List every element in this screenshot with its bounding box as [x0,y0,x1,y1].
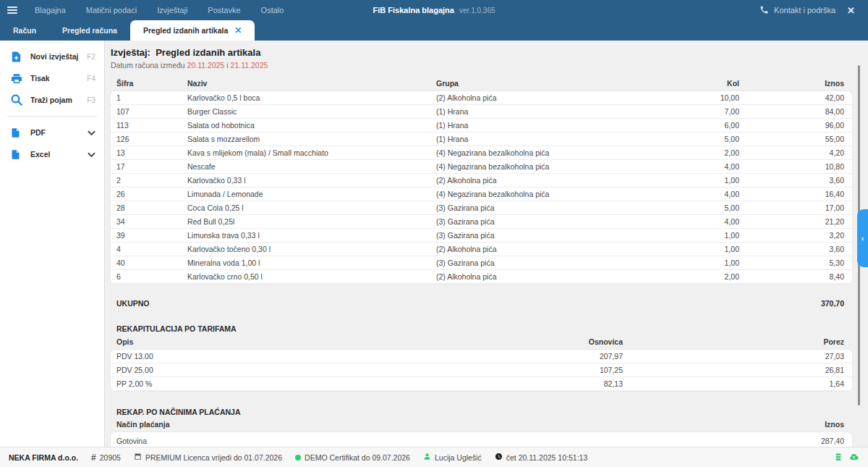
table-row[interactable]: 6 Karlovačko crno 0,50 l (2) Alkoholna p… [111,270,852,284]
table-row[interactable]: 13 Kava s mlijekom (mala) / Small macchi… [111,146,852,160]
app-close-button[interactable]: ✕ [843,5,859,16]
col-naziv: Naziv [187,79,436,88]
panel-expand-handle[interactable]: ‹ [857,209,868,267]
table-row[interactable]: 4 Karlovačko točeno 0,30 l (2) Alkoholna… [111,243,852,256]
cell-iznos: 8,40 [739,270,844,284]
date-from[interactable]: 20.11.2025 [187,61,225,70]
table-row[interactable]: 40 Mineralna voda 1,00 l (3) Gazirana pi… [111,256,852,270]
menu-blagajna[interactable]: Blagajna [25,0,76,20]
cell-naziv: Salata s mozzarellom [187,132,436,146]
table-row[interactable]: 1 Karlovačko 0,5 l boca (2) Alkoholna pi… [111,91,852,105]
table-row[interactable]: 28 Coca Cola 0,25 l (3) Gazirana pića 5,… [111,201,852,215]
sidebar-item-pdf-export[interactable]: PDF [0,122,104,143]
shortcut-key: F2 [87,53,95,61]
col-grupa: Grupa [436,79,652,88]
total-value: 370,70 [728,299,844,308]
sidebar-item-label: Novi izvještaj [30,52,87,61]
chevron-down-icon[interactable] [88,148,95,161]
cell-iznos: 5,30 [739,256,844,270]
cell-kol: 4,00 [652,160,739,174]
cell-naziv: Karlovačko točeno 0,30 l [187,243,436,256]
table-row[interactable]: 126 Salata s mozzarellom (1) Hrana 5,00 … [111,132,852,146]
tab-close-icon[interactable]: ✕ [234,26,242,35]
user-name: Lucija Uglešić [435,453,482,462]
cell-kol: 6,00 [652,119,739,132]
contact-support-button[interactable]: Kontakt i podrška [760,5,835,16]
cell-sifra: 113 [116,119,187,132]
sidebar-item-label: Tisak [30,74,87,83]
payment-recap-header: Način plaćanja Iznos [111,420,852,429]
menu-postavke[interactable]: Postavke [197,0,250,20]
sidebar-item-trazi-pojam[interactable]: Traži pojam F3 [0,89,104,111]
cell-grupa: (2) Alkoholna pića [436,270,652,284]
table-row[interactable]: 39 Limunska trava 0,33 l (3) Gazirana pi… [111,229,852,243]
certificate-text: DEMO Certifikat do 09.07.2026 [305,453,410,462]
cell-iznos: 10,80 [739,160,844,174]
cell-iznos: 42,00 [739,91,844,105]
cell-osnovica: 82,13 [406,377,623,391]
tax-recap-table: PDV 13.00 207,97 27,03 PDV 25.00 107,25 … [111,350,852,391]
sidebar-item-excel-export[interactable]: Excel [0,143,104,165]
new-document-icon [10,50,25,63]
table-row[interactable]: 17 Nescafe (4) Negazirana bezalkoholna p… [111,160,852,174]
col-sifra: Šifra [116,79,187,88]
menu-maticni-podaci[interactable]: Matični podaci [76,0,147,20]
tab-pregled-izdanih-artikala[interactable]: Pregled izdanih artikala ✕ [130,20,255,41]
excel-file-icon [10,148,25,161]
table-row: Gotovina 287,40 [111,432,852,447]
hamburger-menu-icon[interactable] [0,5,25,15]
cell-grupa: (3) Gazirana pića [436,201,652,215]
cell-sifra: 26 [116,188,187,201]
cell-grupa: (4) Negazirana bezalkoholna pića [436,146,652,160]
current-datetime: čet 20.11.2025 10:51:13 [506,453,588,462]
chevron-left-icon: ‹ [861,234,864,243]
date-range-label: Datum računa između [111,61,185,70]
cell-opis: PP 2,00 % [116,377,406,391]
cell-iznos: 96,00 [739,119,844,132]
col-porez: Porez [623,337,844,346]
menu-izvjestaji[interactable]: Izvještaji [147,0,197,20]
app-version: ver.1.0.365 [459,7,495,14]
table-row[interactable]: 113 Salata od hobotnica (1) Hrana 6,00 9… [111,119,852,132]
cell-kol: 2,00 [652,146,739,160]
cell-sifra: 34 [116,215,187,229]
chevron-down-icon[interactable] [88,126,95,139]
date-to[interactable]: 21.11.2025 [231,61,268,70]
cell-naziv: Kava s mlijekom (mala) / Small macchiato [187,146,436,160]
cell-kol: 1,00 [652,256,739,270]
tab-label: Pregled izdanih artikala [143,20,228,41]
clock-icon [495,453,503,462]
shortcut-key: F4 [87,75,95,83]
cell-iznos: 287,40 [728,432,844,447]
cell-naziv: Red Bull 0,25l [187,215,436,229]
sidebar: Novi izvještaj F2 Tisak F4 Traži pojam F… [0,41,105,447]
tax-recap-title: REKAPITULACIJA PO TARIFAMA [111,324,852,333]
user-icon [423,453,431,462]
cell-iznos: 3,20 [739,229,844,243]
sidebar-item-tisak[interactable]: Tisak F4 [0,67,104,89]
cell-kol: 5,00 [652,201,739,215]
col-iznos: Iznos [728,420,844,429]
cell-iznos: 21,20 [739,215,844,229]
items-table: 1 Karlovačko 0,5 l boca (2) Alkoholna pi… [111,91,852,284]
payment-recap-title: REKAP. PO NAČINIMA PLAĆANJA [111,408,852,416]
cell-naziv: Mineralna voda 1,00 l [187,256,436,270]
table-row[interactable]: 107 Burger Classic (1) Hrana 7,00 84,00 [111,105,852,119]
table-row[interactable]: 26 Limunada / Lemonade (4) Negazirana be… [111,188,852,201]
cell-grupa: (3) Gazirana pića [436,215,652,229]
tab-racun[interactable]: Račun [0,20,49,41]
cell-sifra: 2 [116,174,187,188]
menu-ostalo[interactable]: Ostalo [251,0,294,20]
cell-grupa: (1) Hrana [436,105,652,119]
col-nacin-placanja: Način plaćanja [116,420,728,429]
table-row[interactable]: 2 Karlovačko 0,33 l (2) Alkoholna pića 1… [111,174,852,188]
company-name: NEKA FIRMA d.o.o. [9,453,78,462]
table-row[interactable]: 34 Red Bull 0,25l (3) Gazirana pića 4,00… [111,215,852,229]
cell-sifra: 28 [116,201,187,215]
tab-pregled-racuna[interactable]: Pregled računa [49,20,130,41]
sidebar-item-novi-izvjestaj[interactable]: Novi izvještaj F2 [0,46,104,67]
cell-naziv: Limunska trava 0,33 l [187,229,436,243]
cell-opis: PDV 13.00 [116,350,406,363]
tab-bar: Račun Pregled računa Pregled izdanih art… [0,20,868,41]
cell-iznos: 4,20 [739,146,844,160]
